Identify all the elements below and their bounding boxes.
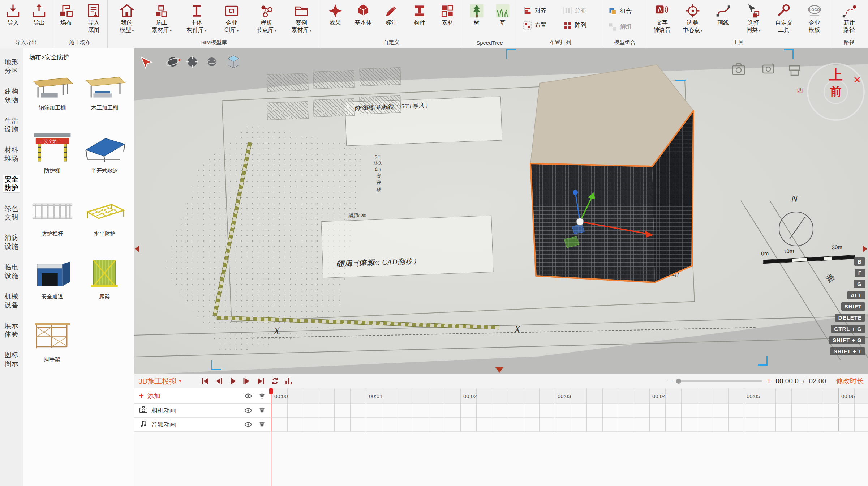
eye-icon[interactable] xyxy=(244,407,252,414)
lib-item-scaffold[interactable]: 脚手架 xyxy=(26,319,78,363)
view-cube-icon[interactable] xyxy=(225,54,242,70)
render-camera-icon[interactable] xyxy=(731,61,748,76)
ribbon-item-component[interactable]: 构件 xyxy=(406,3,433,26)
trash-icon[interactable] xyxy=(258,407,266,414)
ribbon-item-draw-line[interactable]: 画线 xyxy=(708,3,738,26)
ribbon-item-new-path[interactable]: 新建 路径 xyxy=(834,3,865,34)
select-cursor-icon[interactable] xyxy=(139,56,156,72)
ribbon-item-enterprise-ci-lib[interactable]: CI 企业 CI库▾ xyxy=(216,3,248,34)
slider-knob[interactable] xyxy=(676,379,681,384)
ruler-label: 00:05 xyxy=(747,393,760,399)
ribbon-item-material[interactable]: 素材 xyxy=(434,3,461,26)
track-cells[interactable] xyxy=(271,404,868,417)
ribbon-item-import[interactable]: 导入 xyxy=(0,3,26,26)
ribbon-item-import-basemap[interactable]: 导入 底图 xyxy=(80,3,107,34)
eye-icon[interactable] xyxy=(244,421,252,428)
bottom-marker-icon xyxy=(495,367,503,373)
track-row-camera[interactable]: 相机动画 xyxy=(134,404,868,418)
nav-front-label[interactable]: 前 xyxy=(807,84,865,100)
ribbon-item-case-material-lib[interactable]: 案例 素材库▾ xyxy=(285,3,317,34)
skip-end-button[interactable] xyxy=(257,377,265,385)
trash-icon[interactable] xyxy=(258,393,266,399)
lib-item-protection-shed[interactable]: 安全第一 防护棚 xyxy=(26,130,78,174)
loop-button[interactable] xyxy=(271,377,279,385)
sidebar-tab-green-civilization[interactable]: 绿色文明 xyxy=(3,204,20,222)
sphere-view-icon[interactable] xyxy=(203,54,220,70)
nav-west-label[interactable]: 西 xyxy=(797,86,803,95)
ribbon-item-site-layout[interactable]: 场布 xyxy=(52,3,80,26)
skip-start-button[interactable] xyxy=(200,377,209,385)
playhead-handle[interactable] xyxy=(269,388,273,394)
ribbon-item-grass[interactable]: 草 xyxy=(491,3,515,26)
ribbon-item-main-component-lib[interactable]: 主体 构件库▾ xyxy=(181,3,212,34)
ribbon-item-custom-tool[interactable]: 自定义 工具 xyxy=(769,3,799,34)
ribbon-item-tree[interactable]: 树 xyxy=(465,3,489,26)
trash-icon[interactable] xyxy=(258,421,266,428)
gizmo-handle-z[interactable] xyxy=(573,190,578,195)
printer-export-icon[interactable] xyxy=(787,64,803,78)
sidebar-tab-temporary-power[interactable]: 临电设施 xyxy=(3,263,20,280)
item-label: 分布 xyxy=(575,7,586,14)
timeline-zoom-slider[interactable] xyxy=(676,380,762,382)
ribbon-item-group[interactable]: 组合 xyxy=(608,7,642,16)
lib-item-horizontal-protection[interactable]: 水平防护 xyxy=(78,193,131,237)
edit-duration-button[interactable]: 修改时长 xyxy=(836,376,864,386)
sidebar-tab-exhibition[interactable]: 展示体验 xyxy=(3,321,20,339)
lib-item-safety-passage[interactable]: 安全通道 xyxy=(26,256,78,300)
ribbon-item-export[interactable]: 导出 xyxy=(26,3,52,26)
step-back-button[interactable] xyxy=(214,377,223,385)
lib-item-climbing-frame[interactable]: 爬架 xyxy=(78,256,131,300)
ribbon-item-effect[interactable]: 效果 xyxy=(322,3,349,26)
sidebar-tab-icon-legend[interactable]: 图标图示 xyxy=(3,351,20,368)
sidebar-tab-fire-facilities[interactable]: 消防设施 xyxy=(3,234,20,251)
ribbon-item-ungroup[interactable]: 解组 xyxy=(608,22,642,32)
sidebar-tab-safety-protection[interactable]: 安全防护 xyxy=(3,175,20,192)
pan-tool-icon[interactable] xyxy=(184,54,201,70)
add-track-plus-icon[interactable]: + xyxy=(139,391,144,401)
snapshot-camera-icon[interactable] xyxy=(761,61,777,76)
navigation-wheel[interactable]: 上 前 西 xyxy=(807,63,865,121)
ribbon-item-array[interactable]: 阵列 xyxy=(563,21,598,30)
ribbon-item-distribute[interactable]: 分布 xyxy=(563,6,598,16)
sidebar-tab-material-yard[interactable]: 材料堆场 xyxy=(3,146,20,163)
ribbon-item-align[interactable]: 对齐 xyxy=(523,6,558,16)
simulation-mode-dropdown[interactable]: 3D施工模拟 ▾ xyxy=(138,376,181,386)
ribbon-item-layout[interactable]: 布置 xyxy=(523,21,558,30)
eye-icon[interactable] xyxy=(244,393,252,399)
ribbon-item-primitive[interactable]: 基本体 xyxy=(349,3,377,26)
time-ruler[interactable]: 00:00 00:01 00:02 00:03 00:04 00:05 00:0… xyxy=(271,388,868,403)
step-forward-button[interactable] xyxy=(242,377,251,385)
ribbon-item-my-models[interactable]: 我的 模型▾ xyxy=(111,3,143,34)
ribbon-item-annotation[interactable]: 标注 xyxy=(378,3,405,26)
track-cells[interactable] xyxy=(271,418,868,431)
ribbon-item-enterprise-template[interactable]: LOGO 企业 模板 xyxy=(800,3,829,34)
ribbon-item-template-node-lib[interactable]: 样板 节点库▾ xyxy=(251,3,283,34)
effect-icon xyxy=(327,3,344,19)
sidebar-tab-living-facilities[interactable]: 生活设施 xyxy=(3,116,20,134)
orbit-tool-icon[interactable] xyxy=(164,54,181,70)
lib-item-carpentry-shed[interactable]: 木工加工棚 xyxy=(78,67,131,111)
ribbon-item-text-to-speech[interactable]: A 文字 转语音 xyxy=(647,3,677,34)
lib-item-guard-rail[interactable]: 防护栏杆 xyxy=(26,193,78,237)
gizmo-center-handle[interactable] xyxy=(576,218,584,225)
ribbon-item-adjust-center[interactable]: 调整 中心点▾ xyxy=(678,3,708,34)
selected-building-3d[interactable] xyxy=(510,59,712,291)
play-button[interactable] xyxy=(228,377,237,385)
edge-marker-right[interactable] xyxy=(863,246,867,252)
zoom-in-button[interactable]: + xyxy=(766,376,771,386)
sidebar-tab-machinery[interactable]: 机械设备 xyxy=(3,292,20,310)
add-track-button[interactable]: 添加 xyxy=(147,392,160,400)
sidebar-tab-buildings[interactable]: 建构筑物 xyxy=(3,87,20,105)
track-row-audio[interactable]: 音频动画 xyxy=(134,418,868,432)
lib-item-half-open-canopy[interactable]: 半开式敞篷 xyxy=(78,130,131,174)
sidebar-tab-terrain-zoning[interactable]: 地形分区 xyxy=(3,58,20,75)
ribbon-item-construction-material-lib[interactable]: 施工 素材库▾ xyxy=(146,3,177,34)
viewport-3d[interactable]: 办公楼（来源：GTJ导入） 6F H=18.0m 5FH-9.0m宿舍楼 H=1… xyxy=(134,48,868,374)
zoom-out-button[interactable]: − xyxy=(667,376,672,386)
lib-item-rebar-shed[interactable]: 钢筋加工棚 xyxy=(26,67,78,111)
playhead[interactable] xyxy=(271,388,271,486)
edge-marker-left[interactable] xyxy=(135,246,139,252)
keyframe-stats-button[interactable] xyxy=(285,377,293,385)
ribbon-item-select-similar[interactable]: 选择 同类▾ xyxy=(739,3,768,34)
close-icon[interactable]: ✕ xyxy=(853,74,861,86)
